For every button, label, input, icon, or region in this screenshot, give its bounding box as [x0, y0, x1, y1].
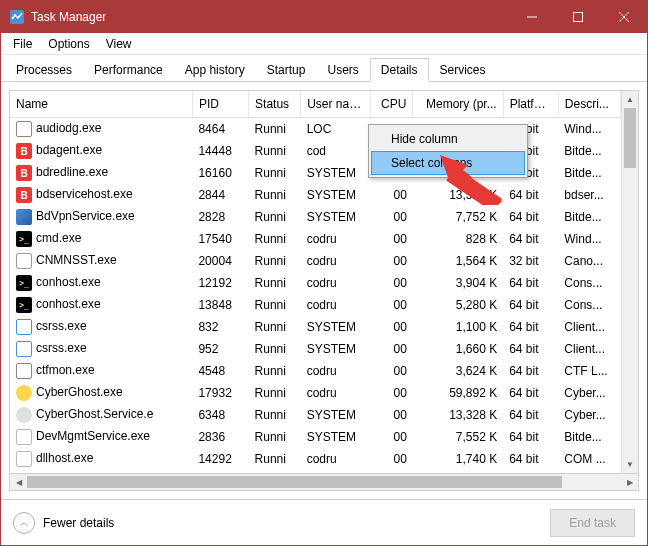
end-task-button[interactable]: End task	[550, 509, 635, 537]
table-row[interactable]: csrss.exe952RunniSYSTEM001,660 K64 bitCl…	[10, 338, 621, 360]
cell-pid: 16160	[192, 162, 248, 184]
process-icon: >_	[16, 297, 32, 313]
col-pid[interactable]: PID	[192, 91, 248, 118]
table-row[interactable]: ctfmon.exe4548Runnicodru003,624 K64 bitC…	[10, 360, 621, 382]
titlebar[interactable]: Task Manager	[1, 1, 647, 33]
process-name: bdservicehost.exe	[36, 187, 133, 201]
process-name: bdagent.exe	[36, 143, 102, 157]
tab-services[interactable]: Services	[429, 58, 497, 82]
menu-options[interactable]: Options	[40, 35, 97, 53]
cell-memory: 59,892 K	[413, 382, 503, 404]
cell-cpu: 00	[371, 448, 413, 470]
process-icon: >_	[16, 231, 32, 247]
cell-user: codru	[301, 250, 371, 272]
tab-startup[interactable]: Startup	[256, 58, 317, 82]
table-row[interactable]: Bbdagent.exe14448Runnicod... K64 bitBitd…	[10, 140, 621, 162]
process-icon: >_	[16, 275, 32, 291]
col-platform[interactable]: Platform	[503, 91, 558, 118]
cell-pid: 832	[192, 316, 248, 338]
scroll-left-icon[interactable]: ◀	[10, 474, 27, 490]
cell-memory: 1,660 K	[413, 338, 503, 360]
process-name: CNMNSST.exe	[36, 253, 117, 267]
cell-status: Runni	[249, 294, 301, 316]
tab-processes[interactable]: Processes	[5, 58, 83, 82]
table-row[interactable]: >_cmd.exe17540Runnicodru00828 K64 bitWin…	[10, 228, 621, 250]
cell-user: LOC	[301, 118, 371, 141]
col-name[interactable]: Name	[10, 91, 192, 118]
scroll-up-icon[interactable]: ▲	[622, 91, 638, 108]
col-description[interactable]: Descri...	[558, 91, 620, 118]
process-name: dllhost.exe	[36, 451, 93, 465]
col-user[interactable]: User name	[301, 91, 371, 118]
cell-description: Client...	[558, 316, 620, 338]
scroll-down-icon[interactable]: ▼	[622, 456, 638, 473]
cell-description: Bitde...	[558, 140, 620, 162]
table-row[interactable]: Bbdservicehost.exe2844RunniSYSTEM0013,52…	[10, 184, 621, 206]
col-status[interactable]: Status	[249, 91, 301, 118]
cell-description: Bitde...	[558, 206, 620, 228]
table-row[interactable]: csrss.exe832RunniSYSTEM001,100 K64 bitCl…	[10, 316, 621, 338]
table-row[interactable]: BdVpnService.exe2828RunniSYSTEM007,752 K…	[10, 206, 621, 228]
cell-platform: 64 bit	[503, 338, 558, 360]
cell-cpu: 00	[371, 206, 413, 228]
cell-description: Cons...	[558, 272, 620, 294]
cell-pid: 6348	[192, 404, 248, 426]
tab-performance[interactable]: Performance	[83, 58, 174, 82]
table-row[interactable]: CNMNSST.exe20004Runnicodru001,564 K32 bi…	[10, 250, 621, 272]
scroll-thumb[interactable]	[624, 108, 636, 168]
cell-platform: 64 bit	[503, 360, 558, 382]
cell-status: Runni	[249, 228, 301, 250]
menu-select-columns[interactable]: Select columns	[371, 151, 525, 175]
cell-pid: 2828	[192, 206, 248, 228]
horizontal-scrollbar[interactable]: ◀ ▶	[9, 474, 639, 491]
process-name: bdredline.exe	[36, 165, 108, 179]
col-cpu[interactable]: CPU	[371, 91, 413, 118]
scroll-right-icon[interactable]: ▶	[621, 474, 638, 490]
table-row[interactable]: CyberGhost.exe17932Runnicodru0059,892 K6…	[10, 382, 621, 404]
cell-description: COM ...	[558, 448, 620, 470]
process-icon	[16, 253, 32, 269]
close-button[interactable]	[601, 1, 647, 33]
table-row[interactable]: >_conhost.exe13848Runnicodru005,280 K64 …	[10, 294, 621, 316]
hscroll-thumb[interactable]	[27, 476, 562, 488]
tab-users[interactable]: Users	[316, 58, 369, 82]
process-icon	[16, 319, 32, 335]
minimize-button[interactable]	[509, 1, 555, 33]
cell-description: Client...	[558, 338, 620, 360]
table-row[interactable]: dllhost.exe14292Runnicodru001,740 K64 bi…	[10, 448, 621, 470]
app-icon	[9, 9, 25, 25]
table-row[interactable]: >_conhost.exe12192Runnicodru003,904 K64 …	[10, 272, 621, 294]
table-row[interactable]: audiodg.exe8464RunniLOC... K64 bitWind..…	[10, 118, 621, 141]
process-name: BdVpnService.exe	[36, 209, 135, 223]
menu-hide-column[interactable]: Hide column	[371, 127, 525, 151]
vertical-scrollbar[interactable]: ▲ ▼	[621, 91, 638, 473]
cell-status: Runni	[249, 272, 301, 294]
process-name: csrss.exe	[36, 341, 87, 355]
menu-file[interactable]: File	[5, 35, 40, 53]
tab-details[interactable]: Details	[370, 58, 429, 82]
cell-status: Runni	[249, 206, 301, 228]
cell-cpu: 00	[371, 360, 413, 382]
cell-user: codru	[301, 228, 371, 250]
cell-status: Runni	[249, 448, 301, 470]
table-row[interactable]: DevMgmtService.exe2836RunniSYSTEM007,552…	[10, 426, 621, 448]
cell-platform: 64 bit	[503, 426, 558, 448]
process-name: audiodg.exe	[36, 121, 101, 135]
cell-status: Runni	[249, 118, 301, 141]
table-row[interactable]: Bbdredline.exe16160RunniSYSTEM001,936 K6…	[10, 162, 621, 184]
cell-cpu: 00	[371, 404, 413, 426]
tab-app-history[interactable]: App history	[174, 58, 256, 82]
table-row[interactable]: CyberGhost.Service.e6348RunniSYSTEM0013,…	[10, 404, 621, 426]
cell-pid: 17540	[192, 228, 248, 250]
tabbar: Processes Performance App history Startu…	[1, 55, 647, 82]
col-memory[interactable]: Memory (pr...	[413, 91, 503, 118]
cell-status: Runni	[249, 316, 301, 338]
menu-view[interactable]: View	[98, 35, 140, 53]
fewer-details-label: Fewer details	[43, 516, 114, 530]
details-grid: Name PID Status User name CPU Memory (pr…	[9, 90, 639, 474]
process-name: conhost.exe	[36, 275, 101, 289]
process-icon: B	[16, 165, 32, 181]
maximize-button[interactable]	[555, 1, 601, 33]
fewer-details-button[interactable]: ︿ Fewer details	[13, 512, 114, 534]
cell-description: Cons...	[558, 294, 620, 316]
